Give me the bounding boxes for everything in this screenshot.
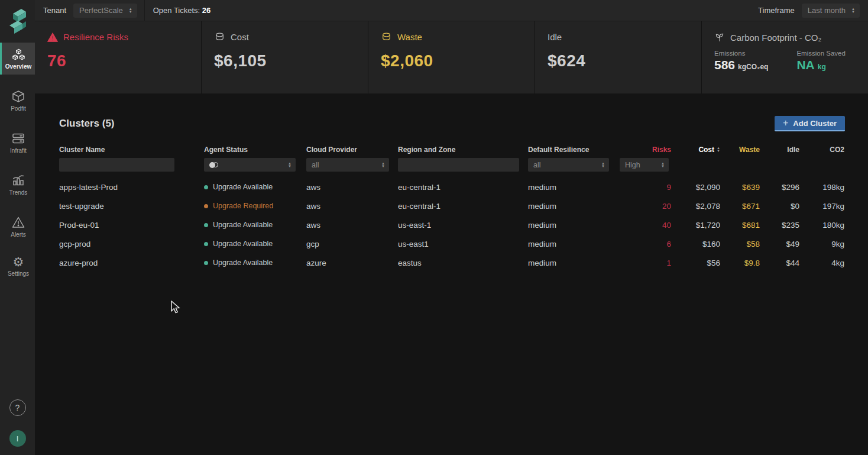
status-label: Upgrade Available bbox=[213, 240, 273, 248]
col-cost-sort[interactable]: Cost ▲▼ bbox=[671, 146, 720, 154]
emission-saved-value: NA bbox=[796, 58, 814, 72]
cell-agent-status: Upgrade Available bbox=[204, 183, 306, 191]
agent-status-filter-select[interactable]: ▲▼ bbox=[204, 158, 296, 172]
select-arrows-icon: ▲▼ bbox=[381, 162, 385, 168]
table-row[interactable]: test-upgrade Upgrade Required aws eu-cen… bbox=[59, 196, 844, 215]
table-row[interactable]: azure-prod Upgrade Available azure eastu… bbox=[59, 253, 844, 272]
cubes-icon bbox=[12, 48, 25, 62]
emissions-metric: Emissions 586 kgCO₂eq bbox=[714, 50, 768, 72]
col-waste[interactable]: Waste bbox=[720, 146, 760, 154]
risks-filter-select[interactable]: High ▲▼ bbox=[620, 158, 669, 172]
sidebar-item-infrafit[interactable]: Infrafit bbox=[0, 126, 35, 159]
status-label: Upgrade Required bbox=[213, 202, 273, 210]
kpi-resilience-risks[interactable]: Resilience Risks 76 bbox=[35, 21, 201, 93]
cell-cloud-provider: aws bbox=[306, 183, 398, 192]
cell-region-zone: eastus bbox=[398, 259, 528, 267]
bar-chart-icon bbox=[11, 173, 25, 188]
cloud-provider-filter-select[interactable]: all ▲▼ bbox=[306, 158, 389, 172]
timeframe-select[interactable]: Last month ▲▼ bbox=[802, 4, 860, 18]
kpi-label: Waste bbox=[397, 32, 422, 42]
emission-saved-metric: Emission Saved NA kg bbox=[796, 50, 845, 72]
table-filter-row: ▲▼ all ▲▼ all ▲▼ High ▲▼ bbox=[59, 158, 844, 172]
emissions-unit: kgCO₂eq bbox=[738, 63, 768, 71]
sidebar-item-settings[interactable]: ⚙ Settings bbox=[0, 252, 35, 282]
col-cost-label: Cost bbox=[698, 146, 714, 154]
cell-region-zone: us-east-1 bbox=[398, 221, 528, 230]
warning-triangle-icon bbox=[47, 33, 58, 42]
status-dot bbox=[204, 242, 208, 246]
cell-cloud-provider: azure bbox=[306, 259, 398, 267]
sidebar-item-label: Settings bbox=[8, 270, 29, 277]
cell-idle: $44 bbox=[760, 259, 799, 267]
sidebar-item-trends[interactable]: Trends bbox=[0, 168, 35, 201]
cell-cluster-name[interactable]: gcp-prod bbox=[59, 240, 204, 249]
page-title: Clusters (5) bbox=[59, 118, 115, 130]
cell-cluster-name[interactable]: azure-prod bbox=[59, 259, 204, 267]
user-avatar[interactable]: I bbox=[9, 430, 26, 447]
cell-risks: 20 bbox=[615, 202, 671, 211]
servers-icon bbox=[11, 131, 25, 146]
add-cluster-button[interactable]: + Add Cluster bbox=[775, 116, 845, 131]
cell-agent-status: Upgrade Available bbox=[204, 240, 306, 248]
cell-cost: $56 bbox=[671, 259, 720, 267]
sidebar-item-overview[interactable]: Overview bbox=[0, 43, 35, 75]
cell-cluster-name[interactable]: Prod-eu-01 bbox=[59, 221, 204, 230]
kpi-value: $2,060 bbox=[381, 51, 535, 70]
help-button[interactable]: ? bbox=[9, 399, 26, 416]
tenant-label: Tenant bbox=[43, 6, 66, 15]
table-row[interactable]: gcp-prod Upgrade Available gcp us-east1 … bbox=[59, 234, 844, 253]
col-idle[interactable]: Idle bbox=[760, 146, 799, 154]
leaf-icon bbox=[714, 32, 725, 43]
table-row[interactable]: apps-latest-Prod Upgrade Available aws e… bbox=[59, 178, 844, 196]
default-resilience-filter-value: all bbox=[533, 161, 541, 169]
tenant-select[interactable]: PerfectScale ▲▼ bbox=[73, 4, 137, 18]
table-row[interactable]: Prod-eu-01 Upgrade Available aws us-east… bbox=[59, 215, 844, 234]
status-label: Upgrade Available bbox=[213, 259, 273, 267]
cell-waste: $9.8 bbox=[720, 259, 760, 267]
cluster-name-filter-input[interactable] bbox=[59, 158, 174, 172]
cell-co2: 9kg bbox=[799, 240, 844, 249]
col-cloud-provider: Cloud Provider bbox=[306, 146, 398, 154]
select-arrows-icon: ▲▼ bbox=[601, 162, 605, 168]
sidebar-item-alerts[interactable]: Alerts bbox=[0, 210, 35, 243]
open-tickets-label: Open Tickets: bbox=[153, 6, 200, 15]
col-co2[interactable]: CO2 bbox=[799, 146, 844, 154]
emission-saved-label: Emission Saved bbox=[796, 50, 845, 57]
perfectscale-logo[interactable] bbox=[0, 0, 35, 43]
cell-waste: $671 bbox=[720, 202, 760, 211]
sidebar-item-podfit[interactable]: Podfit bbox=[0, 84, 35, 117]
cell-idle: $296 bbox=[760, 183, 799, 192]
cell-cost: $2,090 bbox=[671, 183, 720, 192]
col-risks[interactable]: Risks bbox=[615, 146, 671, 154]
timeframe-select-value: Last month bbox=[808, 6, 846, 15]
kpi-waste[interactable]: Waste $2,060 bbox=[368, 21, 535, 93]
open-tickets: Open Tickets: 26 bbox=[153, 6, 211, 15]
sidebar-item-label: Trends bbox=[9, 189, 28, 196]
cell-cluster-name[interactable]: test-upgrade bbox=[59, 202, 204, 211]
cell-cluster-name[interactable]: apps-latest-Prod bbox=[59, 183, 204, 192]
cell-risks: 9 bbox=[615, 183, 671, 192]
cell-default-resilience: medium bbox=[528, 202, 615, 211]
region-zone-filter-input[interactable] bbox=[398, 158, 519, 172]
cell-cost: $1,720 bbox=[671, 221, 720, 230]
default-resilience-filter-select[interactable]: all ▲▼ bbox=[528, 158, 609, 172]
cell-default-resilience: medium bbox=[528, 240, 615, 249]
status-dot bbox=[204, 223, 208, 227]
kpi-idle[interactable]: Idle $624 bbox=[535, 21, 701, 93]
question-icon: ? bbox=[15, 403, 20, 412]
select-arrows-icon: ▲▼ bbox=[288, 162, 292, 168]
status-dot bbox=[204, 261, 208, 265]
timeframe-label: Timeframe bbox=[758, 6, 795, 15]
cell-region-zone: eu-central-1 bbox=[398, 183, 528, 192]
cell-idle: $49 bbox=[760, 240, 799, 249]
cell-idle: $0 bbox=[760, 202, 799, 211]
col-agent-status: Agent Status bbox=[204, 146, 306, 154]
select-arrows-icon: ▲▼ bbox=[851, 8, 855, 14]
select-arrows-icon: ▲▼ bbox=[129, 8, 132, 14]
cell-co2: 198kg bbox=[799, 183, 844, 192]
kpi-cost[interactable]: Cost $6,105 bbox=[201, 21, 368, 93]
kpi-value: $6,105 bbox=[214, 51, 368, 70]
kpi-carbon-footprint[interactable]: Carbon Footprint - CO₂ Emissions 586 kgC… bbox=[701, 21, 868, 93]
cell-waste: $639 bbox=[720, 183, 760, 192]
cell-cloud-provider: aws bbox=[306, 202, 398, 211]
